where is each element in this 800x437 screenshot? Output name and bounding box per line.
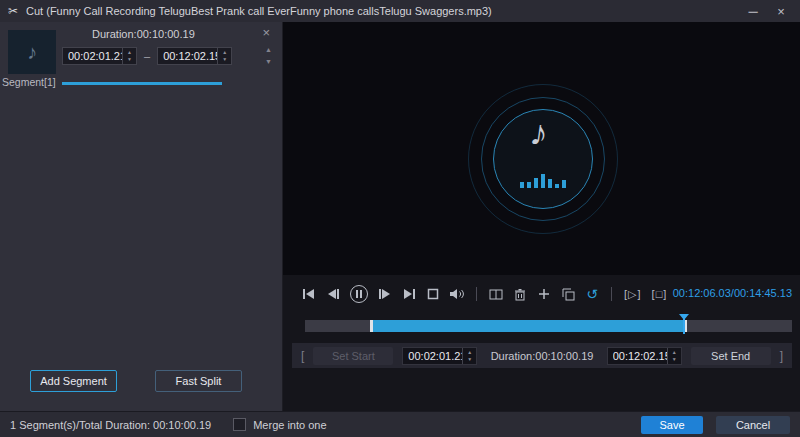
end-bracket: ]: [780, 349, 783, 363]
window-controls: ─ ×: [742, 2, 792, 20]
copy-segment-icon[interactable]: [559, 285, 577, 303]
segment-index-label: Segment[1]: [2, 76, 56, 88]
merge-checkbox[interactable]: [233, 418, 246, 431]
trim-end-input[interactable]: ▲ ▼: [607, 347, 682, 365]
fast-split-button[interactable]: Fast Split: [155, 370, 242, 392]
frame-forward-icon[interactable]: [376, 285, 394, 303]
preview-screen: ♪: [283, 22, 800, 275]
trim-end-spinner: ▲ ▼: [667, 348, 681, 364]
stop-segment-icon[interactable]: [□]: [650, 288, 670, 300]
segment-mini-timeline: [62, 82, 222, 85]
controls-divider: [611, 287, 612, 301]
controls-divider: [476, 287, 477, 301]
spinner-down-icon[interactable]: ▼: [127, 57, 132, 62]
timeline[interactable]: [305, 314, 792, 336]
spinner-up-icon[interactable]: ▲: [467, 350, 472, 355]
chevron-up-icon[interactable]: ▲: [265, 46, 272, 53]
segment-thumbnail[interactable]: ♪: [8, 30, 56, 74]
merge-into-one-option[interactable]: Merge into one: [233, 418, 326, 431]
cancel-button[interactable]: Cancel: [716, 416, 790, 434]
skip-start-icon[interactable]: [300, 285, 318, 303]
player-area: ♪: [283, 22, 800, 411]
volume-icon[interactable]: [448, 285, 466, 303]
audio-visualization: ♪: [468, 84, 618, 234]
equalizer-bars: [520, 172, 566, 188]
range-dash: –: [144, 50, 150, 62]
titlebar: ✂ Cut (Funny Call Recording TeluguBest P…: [0, 0, 800, 22]
segment-start-input[interactable]: ▲ ▼: [62, 47, 137, 65]
segment-panel: ♪ Duration:00:10:00.19 × ▲ ▼ ▲ ▼ – ▲ ▼: [0, 22, 283, 411]
segment-start-value[interactable]: [63, 48, 122, 64]
close-button[interactable]: ×: [770, 2, 792, 20]
playback-time: 00:12:06.03/00:14:45.13: [673, 287, 792, 299]
spinner-down-icon[interactable]: ▼: [672, 357, 677, 362]
remove-segment-icon[interactable]: ×: [262, 25, 270, 40]
skip-end-icon[interactable]: [400, 285, 418, 303]
start-bracket: [: [301, 349, 304, 363]
timeline-selection[interactable]: [370, 320, 687, 332]
play-segment-icon[interactable]: [▷]: [622, 288, 644, 301]
trim-duration-label: Duration:00:10:00.19: [486, 350, 597, 362]
segment-reorder: ▲ ▼: [265, 46, 272, 65]
add-segment-button[interactable]: Add Segment: [30, 370, 117, 392]
spinner-up-icon[interactable]: ▲: [222, 50, 227, 55]
trim-start-spinner: ▲ ▼: [462, 348, 476, 364]
merge-label: Merge into one: [253, 419, 326, 431]
spinner-down-icon[interactable]: ▼: [467, 357, 472, 362]
segment-start-spinner: ▲ ▼: [122, 48, 136, 64]
selection-start-handle[interactable]: [370, 320, 373, 332]
pause-icon[interactable]: [348, 283, 370, 305]
trim-start-input[interactable]: ▲ ▼: [402, 347, 477, 365]
transport-controls: ↺ [▷] [□]: [300, 282, 669, 306]
cut-dialog-window: ✂ Cut (Funny Call Recording TeluguBest P…: [0, 0, 800, 437]
trim-start-value[interactable]: [403, 348, 462, 364]
split-segment-icon[interactable]: [487, 285, 505, 303]
segment-time-range: ▲ ▼ – ▲ ▼: [62, 47, 232, 65]
segment-end-input[interactable]: ▲ ▼: [157, 47, 232, 65]
segment-duration-label: Duration:00:10:00.19: [92, 28, 195, 40]
chevron-down-icon[interactable]: ▼: [265, 58, 272, 65]
stop-icon[interactable]: [424, 285, 442, 303]
playhead-marker[interactable]: [679, 314, 689, 336]
scissors-icon: ✂: [8, 4, 18, 18]
set-start-button[interactable]: Set Start: [313, 347, 393, 365]
segment-end-value[interactable]: [158, 48, 217, 64]
spinner-up-icon[interactable]: ▲: [672, 350, 677, 355]
segment-end-spinner: ▲ ▼: [217, 48, 231, 64]
spinner-down-icon[interactable]: ▼: [222, 57, 227, 62]
trim-bar: [ Set Start ▲ ▼ Duration:00:10:00.19 ▲ ▼…: [292, 343, 792, 368]
footer-bar: 1 Segment(s)/Total Duration: 00:10:00.19…: [0, 411, 800, 437]
reset-icon[interactable]: ↺: [583, 285, 601, 303]
add-segment-icon[interactable]: [535, 285, 553, 303]
trim-end-value[interactable]: [608, 348, 667, 364]
spinner-up-icon[interactable]: ▲: [127, 50, 132, 55]
delete-segment-icon[interactable]: [511, 285, 529, 303]
save-button[interactable]: Save: [641, 416, 703, 434]
segments-summary: 1 Segment(s)/Total Duration: 00:10:00.19: [10, 419, 211, 431]
frame-back-icon[interactable]: [324, 285, 342, 303]
window-title: Cut (Funny Call Recording TeluguBest Pra…: [26, 5, 492, 17]
minimize-button[interactable]: ─: [742, 2, 764, 20]
music-note-icon: ♪: [27, 41, 37, 64]
set-end-button[interactable]: Set End: [691, 347, 771, 365]
